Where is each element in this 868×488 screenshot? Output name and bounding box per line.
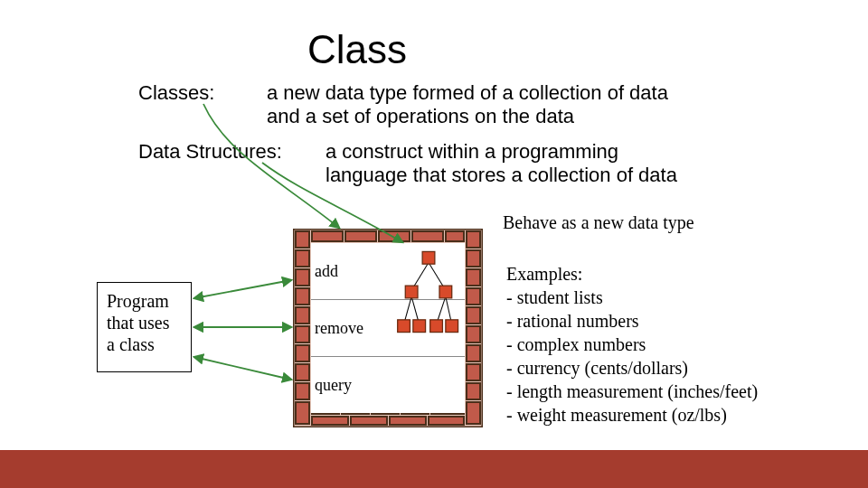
operation-query-label: query — [311, 376, 394, 395]
svg-rect-43 — [405, 286, 418, 298]
svg-rect-35 — [429, 417, 464, 425]
operation-slot-query: query — [311, 356, 465, 413]
svg-rect-24 — [379, 231, 410, 241]
classes-label: Classes: — [138, 81, 214, 105]
svg-rect-48 — [446, 320, 458, 333]
data-structures-definition: a construct within a programming languag… — [326, 140, 705, 188]
svg-rect-10 — [296, 383, 309, 399]
svg-rect-18 — [467, 345, 480, 361]
svg-rect-16 — [467, 307, 480, 324]
svg-rect-20 — [467, 383, 480, 399]
data-structures-label: Data Structures: — [138, 140, 282, 164]
operation-add-label: add — [311, 262, 394, 281]
svg-rect-5 — [296, 288, 309, 305]
svg-rect-3 — [296, 250, 309, 267]
svg-rect-19 — [467, 364, 480, 380]
operation-remove-label: remove — [311, 319, 394, 338]
svg-rect-33 — [351, 417, 387, 425]
example-item: - complex numbers — [506, 333, 758, 356]
svg-rect-26 — [446, 231, 464, 241]
svg-rect-15 — [467, 288, 480, 305]
class-wall-diagram: add remove query — [293, 229, 483, 427]
example-item: - currency (cents/dollars) — [506, 356, 758, 380]
svg-rect-6 — [296, 307, 309, 324]
svg-rect-13 — [467, 250, 480, 267]
svg-rect-44 — [439, 286, 452, 298]
svg-rect-21 — [467, 402, 480, 424]
svg-rect-17 — [467, 326, 480, 343]
classes-definition: a new data type formed of a collection o… — [267, 81, 696, 129]
program-box: Program that uses a class — [97, 282, 192, 372]
svg-rect-23 — [345, 231, 376, 241]
slide-footer-bar — [0, 450, 868, 488]
examples-heading: Examples: — [506, 262, 758, 286]
svg-rect-45 — [398, 320, 410, 333]
svg-rect-25 — [412, 231, 443, 241]
connector-program-add — [194, 280, 291, 298]
svg-rect-22 — [312, 231, 343, 241]
svg-rect-2 — [296, 231, 309, 248]
svg-rect-12 — [467, 231, 480, 248]
svg-rect-46 — [413, 320, 426, 333]
svg-rect-14 — [467, 269, 480, 286]
examples-list: Examples: - student lists - rational num… — [506, 262, 758, 427]
connector-program-query — [194, 357, 291, 380]
example-item: - weight measurement (oz/lbs) — [506, 403, 758, 427]
svg-rect-4 — [296, 269, 309, 286]
svg-rect-7 — [296, 326, 309, 343]
svg-rect-47 — [430, 320, 443, 333]
svg-rect-11 — [296, 402, 309, 424]
svg-rect-34 — [390, 417, 426, 425]
svg-rect-42 — [422, 251, 435, 264]
example-item: - student lists — [506, 286, 758, 309]
svg-rect-8 — [296, 345, 309, 361]
data-tree-icon — [394, 249, 463, 357]
behave-caption: Behave as a new data type — [503, 212, 694, 233]
svg-rect-32 — [312, 417, 348, 425]
example-item: - rational numbers — [506, 309, 758, 333]
slide-title: Class — [307, 27, 407, 72]
example-item: - length measurement (inches/feet) — [506, 380, 758, 403]
svg-rect-9 — [296, 364, 309, 380]
